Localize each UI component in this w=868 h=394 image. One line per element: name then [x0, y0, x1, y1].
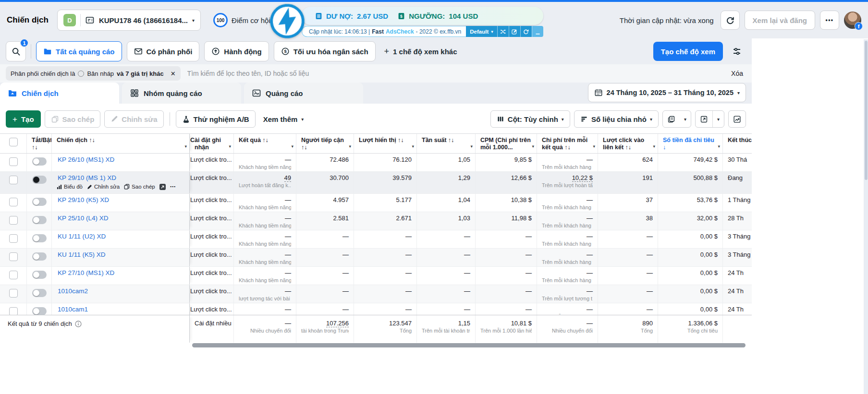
campaign-toggle[interactable]	[32, 307, 47, 315]
column-filter-caret[interactable]: ▾	[349, 143, 351, 150]
column-header-toggle[interactable]: Tắt/Bật ↑↓	[27, 134, 52, 153]
reports-caret[interactable]: ▾	[680, 111, 691, 127]
row-checkbox[interactable]	[9, 271, 18, 279]
horizontal-scrollbar-thumb[interactable]	[192, 343, 746, 347]
column-header-check[interactable]	[0, 134, 27, 153]
view-had-delivery[interactable]: Có phân phối	[127, 41, 200, 61]
edit-button[interactable]: Chỉnh sửa	[104, 110, 163, 128]
column-filter-caret[interactable]: ▾	[229, 143, 231, 150]
row-checkbox[interactable]	[9, 198, 18, 206]
minimize-icon[interactable]: ▁	[532, 26, 543, 37]
avatar[interactable]: f	[844, 12, 861, 29]
column-header-spend[interactable]: Số tiền đã chi tiêu ↓▾	[658, 134, 723, 153]
row-action-open-icon[interactable]	[159, 184, 166, 190]
row-checkbox[interactable]	[9, 176, 18, 184]
column-header-cost_per_result[interactable]: Chi phí trên mỗi kết quả ↑↓▾	[537, 134, 598, 153]
row-checkbox[interactable]	[9, 234, 18, 243]
column-filter-caret[interactable]: ▾	[412, 143, 414, 150]
more-actions-button[interactable]: Xem thêm ▾	[259, 115, 308, 123]
row-checkbox[interactable]	[9, 307, 18, 315]
vertical-scrollbar[interactable]	[864, 39, 868, 394]
column-filter-caret[interactable]: ▾	[593, 143, 595, 150]
campaign-toggle[interactable]	[32, 157, 47, 166]
date-range-picker[interactable]: 24 Tháng 10, 2025 – 31 Tháng 10, 2025 ▾	[588, 83, 746, 102]
campaign-link[interactable]: KP 27/10 (MS1) XD	[57, 269, 184, 277]
underlined-value[interactable]: 10,22 $	[572, 174, 593, 182]
column-header-name[interactable]: Chiến dịch ↑↓▾	[52, 134, 190, 153]
column-header-impressions[interactable]: Lượt hiển thị ↑↓▾	[354, 134, 417, 153]
account-selector[interactable]: D KUPU178 46 (186616184... ▾	[57, 10, 201, 31]
close-icon[interactable]: ✕	[171, 70, 176, 77]
underlined-value[interactable]: 107.256	[326, 320, 349, 327]
tab-ads[interactable]: Quảng cáo	[244, 83, 363, 104]
column-filter-caret[interactable]: ▾	[653, 143, 655, 150]
campaign-toggle[interactable]	[32, 289, 47, 297]
default-preset-button[interactable]: Default▾	[466, 26, 497, 37]
campaign-toggle[interactable]	[32, 216, 47, 224]
row-action-more[interactable]: ⋯	[170, 183, 176, 190]
column-header-frequency[interactable]: Tần suất ↑↓▾	[417, 134, 476, 153]
campaign-toggle[interactable]	[32, 198, 47, 206]
filter-chip[interactable]: Phân phối chiến dịch là Bản nháp và 7 gi…	[6, 66, 181, 81]
search-input[interactable]	[187, 70, 725, 77]
view-all-ads[interactable]: Tất cả quảng cáo	[36, 41, 122, 61]
reports-button[interactable]	[663, 111, 680, 127]
column-header-result[interactable]: Kết quả ↑↓▾	[234, 134, 296, 153]
edit-icon[interactable]	[509, 26, 520, 37]
row-action-edit[interactable]: Chỉnh sửa	[87, 184, 120, 190]
info-icon[interactable]	[75, 321, 82, 327]
campaign-link[interactable]: 1010cam2	[57, 287, 184, 295]
column-header-attr[interactable]: Cài đặt ghi nhận▾	[190, 134, 234, 153]
column-filter-caret[interactable]: ▾	[470, 143, 473, 150]
campaign-link[interactable]: KP 29/10 (K5) XD	[57, 196, 184, 204]
search-button[interactable]: 1	[6, 41, 26, 61]
create-view-button[interactable]: Tạo chế độ xem	[653, 42, 723, 61]
ab-test-button[interactable]: Thử nghiệm A/B	[176, 110, 256, 128]
refresh-icon[interactable]	[520, 26, 532, 37]
view-budget-optimization[interactable]: $ Tối ưu hóa ngân sách	[274, 41, 376, 61]
column-header-end[interactable]: Kết thúc	[723, 134, 752, 153]
clear-filters-button[interactable]: Xóa	[731, 70, 743, 77]
column-header-reach[interactable]: Người tiếp cận ↑↓▾	[296, 134, 354, 153]
underlined-value[interactable]: 49	[284, 174, 291, 182]
campaign-toggle[interactable]	[32, 252, 47, 261]
columns-button[interactable]: Cột: Tùy chỉnh ▾	[490, 110, 570, 128]
chart-button[interactable]	[729, 111, 746, 127]
campaign-link[interactable]: KP 26/10 (MS1) XD	[57, 155, 184, 164]
campaign-link[interactable]: KU 1/11 (U2) XD	[57, 232, 184, 240]
column-filter-caret[interactable]: ▾	[718, 143, 720, 150]
column-header-link_clicks[interactable]: Lượt click vào liên kết ↑↓▾	[598, 134, 658, 153]
column-filter-caret[interactable]: ▾	[184, 143, 187, 150]
campaign-toggle[interactable]	[32, 176, 47, 184]
opportunity-score[interactable]: 100 Điểm cơ hội ▾	[213, 13, 277, 27]
row-checkbox[interactable]	[9, 216, 18, 225]
campaign-link[interactable]: KP 25/10 (L4) XD	[57, 214, 184, 222]
column-filter-caret[interactable]: ▾	[532, 143, 534, 150]
row-checkbox[interactable]	[9, 252, 18, 261]
review-publish-button[interactable]: Xem lại và đăng	[745, 11, 815, 30]
campaign-toggle[interactable]	[32, 234, 47, 242]
campaign-link[interactable]: KP 29/10 (MS 1) XD	[57, 174, 184, 182]
select-all-checkbox[interactable]	[9, 138, 18, 146]
row-checkbox[interactable]	[9, 157, 18, 166]
column-filter-caret[interactable]: ▾	[291, 143, 293, 150]
more-options-button[interactable]: •••	[820, 11, 839, 30]
export-caret[interactable]: ▾	[713, 111, 724, 127]
view-settings-button[interactable]	[728, 42, 746, 60]
duplicate-button[interactable]: Sao chép	[45, 110, 101, 128]
more-views-button[interactable]: + 1 chế độ xem khác	[384, 47, 457, 57]
campaign-link[interactable]: 1010cam1	[57, 305, 184, 313]
shuffle-icon[interactable]	[497, 26, 509, 37]
column-header-cpm[interactable]: CPM (Chi phí trên mỗi 1.000...▾	[476, 134, 537, 153]
export-button[interactable]	[696, 111, 712, 127]
row-action-duplicate[interactable]: Sao chép	[124, 184, 155, 190]
row-action-chart[interactable]: Biểu đồ	[57, 184, 83, 190]
breakdown-button[interactable]: Số liệu chia nhỏ ▾	[574, 110, 659, 128]
tab-ad-sets[interactable]: Nhóm quảng cáo	[122, 83, 241, 104]
row-checkbox[interactable]	[9, 289, 18, 298]
campaign-toggle[interactable]	[32, 271, 47, 279]
view-actions[interactable]: Hành động	[204, 41, 269, 61]
campaign-link[interactable]: KU 1/11 (K5) XD	[57, 251, 184, 259]
create-button[interactable]: + Tạo	[6, 110, 41, 128]
refresh-button[interactable]	[721, 11, 740, 30]
